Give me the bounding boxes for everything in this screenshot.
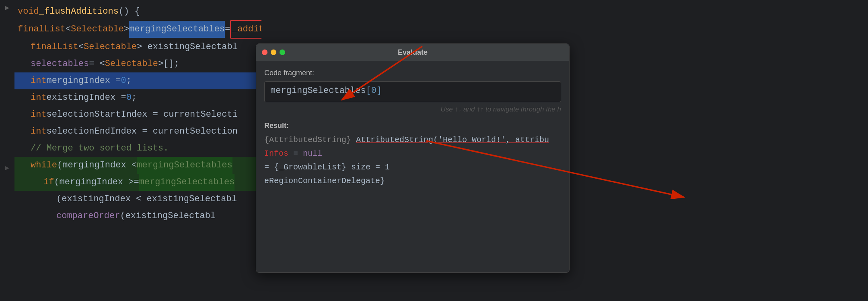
kw-if: if <box>43 174 54 191</box>
kw-final2: final <box>31 39 57 56</box>
code-line-12: (existingIndex < existingSelectabl <box>14 191 261 208</box>
kw-int: int <box>31 72 47 89</box>
navigate-hint: Use ↑↓ and ↑↑ to navigate through the h <box>264 105 561 113</box>
minimize-button[interactable] <box>271 49 276 55</box>
code-line-4: selectables = < Selectable >[]; <box>14 56 261 72</box>
traffic-lights <box>262 49 285 55</box>
equals: = <box>225 21 230 38</box>
evaluate-body: Code fragment: mergingSelectables[0] Use… <box>256 61 569 272</box>
while-cond: (mergingIndex < <box>57 157 137 174</box>
code-line-11: if (mergingIndex >= mergingSelectables <box>14 174 261 191</box>
svg-marker-0 <box>5 6 9 10</box>
code-fragment-label: Code fragment: <box>264 69 561 77</box>
result-value-underlined: AttributedString('Hello World!', attribu <box>356 135 549 144</box>
kw-list: List <box>44 21 66 38</box>
semicolon1: ; <box>126 72 132 89</box>
keyword-void: void <box>18 3 39 20</box>
result-area: {AttributedString} AttributedString('Hel… <box>264 133 561 272</box>
code-line-3: final List < Selectable > existingSelect… <box>14 39 261 56</box>
if-cond: (mergingIndex >= <box>54 174 139 191</box>
result-line-1: {AttributedString} AttributedString('Hel… <box>264 133 561 147</box>
var-merging-selectables: mergingSelectables <box>129 21 225 38</box>
kw-selectable3: Selectable <box>105 56 158 72</box>
existing-index-cond: (existingIndex < existingSelectabl <box>56 191 237 208</box>
result-line-3: = {_GrowableList} size = 1 <box>264 161 561 174</box>
type-attributed: {AttributedString} <box>264 135 356 144</box>
empty-array: >[]; <box>158 56 179 72</box>
code-line-9: // Merge two sorted lists. <box>14 140 261 157</box>
equals-space: = <box>288 149 303 158</box>
null-val: null <box>303 149 322 158</box>
svg-marker-1 <box>5 166 9 170</box>
code-line-1: void _flushAdditions () { <box>14 3 261 20</box>
line-gutter <box>0 0 14 301</box>
kw-list2: List <box>57 39 78 56</box>
gutter-arrow-icon-2 <box>3 164 11 172</box>
code-input-area[interactable]: mergingSelectables[0] <box>264 81 561 102</box>
result-line-2: Infos = null <box>264 147 561 161</box>
code-line-2: final List < Selectable > mergingSelecta… <box>14 20 261 39</box>
var-existing-index: existingIndex = <box>47 89 126 106</box>
code-content: void _flushAdditions () { final List < S… <box>14 0 261 301</box>
result-line-4: eRegionContainerDelegate} <box>264 174 561 188</box>
kw-selectable: Selectable <box>71 21 124 38</box>
func-name: _flushAdditions <box>39 3 119 20</box>
close-button[interactable] <box>262 49 267 55</box>
comment-merge: // Merge two sorted lists. <box>31 140 169 157</box>
paren: () { <box>119 3 140 20</box>
bracket-open: < <box>66 21 71 38</box>
result-label: Result: <box>264 122 561 130</box>
panel-title: Evaluate <box>398 48 428 57</box>
kw-int2: int <box>31 89 47 106</box>
bracket2: < <box>78 39 84 56</box>
val-zero: 0 <box>121 72 126 89</box>
var-merging-sel-green2: mergingSelectables <box>139 174 235 191</box>
code-editor: void _flushAdditions () { final List < S… <box>0 0 261 301</box>
existing-selectabl: > existingSelectabl <box>137 39 238 56</box>
assign-bracket: = < <box>89 56 105 72</box>
kw-selectable2: Selectable <box>84 39 137 56</box>
kw-final: final <box>18 21 44 38</box>
var-merging-index: mergingIndex = <box>47 72 121 89</box>
code-line-5-highlighted: int mergingIndex = 0 ; <box>14 72 261 89</box>
region-container: eRegionContainerDelegate} <box>264 176 385 186</box>
compare-args: (existingSelectabl <box>120 208 216 225</box>
var-selectables: selectables <box>31 56 89 72</box>
code-line-8: int selectionEndIndex = currentSelection <box>14 123 261 140</box>
evaluate-titlebar: Evaluate <box>256 44 569 61</box>
kw-int3: int <box>31 106 47 123</box>
growable-list: = {_GrowableList} size = 1 <box>264 163 390 172</box>
maximize-button[interactable] <box>280 49 285 55</box>
semicolon2: ; <box>132 89 137 106</box>
val-zero2: 0 <box>126 89 132 106</box>
code-line-13: compareOrder (existingSelectabl <box>14 208 261 225</box>
gutter-arrow-icon <box>3 4 11 12</box>
code-line-6: int existingIndex = 0 ; <box>14 89 261 106</box>
code-line-10: while (mergingIndex < mergingSelectables <box>14 157 261 174</box>
func-compare-order: compareOrder <box>56 208 120 225</box>
code-line-7: int selectionStartIndex = currentSelecti <box>14 106 261 123</box>
bracket-close: > <box>124 21 129 38</box>
code-input-index: [0] <box>366 86 382 96</box>
evaluate-panel: Evaluate Code fragment: mergingSelectabl… <box>256 43 570 273</box>
code-input-base: mergingSelectables <box>270 86 366 96</box>
var-merging-sel-green: mergingSelectables <box>137 157 232 174</box>
var-selection-start: selectionStartIndex = currentSelecti <box>47 106 238 123</box>
kw-int4: int <box>31 123 47 140</box>
infos-label: Infos <box>264 149 288 158</box>
highlighted-expression: _additions.toList()..sort(compareOrder); <box>230 20 261 39</box>
kw-while: while <box>31 157 57 174</box>
var-selection-end: selectionEndIndex = currentSelection <box>47 123 238 140</box>
